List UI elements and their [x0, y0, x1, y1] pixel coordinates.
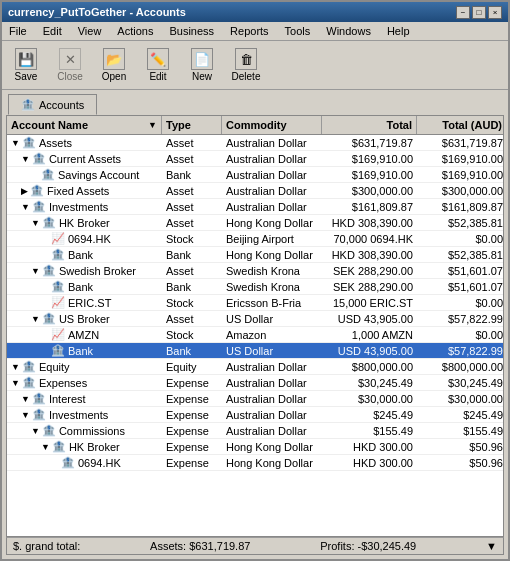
- cell-account-name: ▼🏦HK Broker: [7, 439, 162, 454]
- col-header-total[interactable]: Total: [322, 116, 417, 134]
- table-row[interactable]: 📈AMZNStockAmazon1,000 AMZN$0.00: [7, 327, 503, 343]
- expand-icon[interactable]: ▼: [31, 218, 40, 228]
- edit-icon: ✏️: [147, 48, 169, 70]
- cell-commodity: US Dollar: [222, 311, 322, 326]
- expand-icon[interactable]: ▼: [31, 266, 40, 276]
- table-row[interactable]: ▼🏦InvestmentsAssetAustralian Dollar$161,…: [7, 199, 503, 215]
- table-row[interactable]: ▼🏦InvestmentsExpenseAustralian Dollar$24…: [7, 407, 503, 423]
- cell-total: 15,000 ERIC.ST: [322, 295, 417, 310]
- cell-type: Asset: [162, 135, 222, 150]
- cell-total-aud: $155.49: [417, 423, 503, 438]
- table-row[interactable]: ▼🏦AssetsAssetAustralian Dollar$631,719.8…: [7, 135, 503, 151]
- table-row[interactable]: 🏦BankBankSwedish KronaSEK 288,290.00$51,…: [7, 279, 503, 295]
- cell-total-aud: $50.96: [417, 455, 503, 470]
- table-row[interactable]: ▼🏦Swedish BrokerAssetSwedish KronaSEK 28…: [7, 263, 503, 279]
- menu-item-file[interactable]: File: [6, 24, 30, 38]
- expand-icon[interactable]: ▼: [31, 426, 40, 436]
- cell-type: Asset: [162, 151, 222, 166]
- open-button[interactable]: 📂Open: [96, 45, 132, 85]
- table-row[interactable]: ▼🏦InterestExpenseAustralian Dollar$30,00…: [7, 391, 503, 407]
- table-row[interactable]: ▼🏦HK BrokerExpenseHong Kong DollarHKD 30…: [7, 439, 503, 455]
- account-icon: 🏦: [22, 136, 36, 149]
- menu-item-edit[interactable]: Edit: [40, 24, 65, 38]
- account-icon: 🏦: [30, 184, 44, 197]
- cell-commodity: Australian Dollar: [222, 423, 322, 438]
- table-row[interactable]: 🏦Savings AccountBankAustralian Dollar$16…: [7, 167, 503, 183]
- table-row[interactable]: 🏦0694.HKExpenseHong Kong DollarHKD 300.0…: [7, 455, 503, 471]
- expand-icon[interactable]: ▼: [11, 378, 20, 388]
- col-header-commodity[interactable]: Commodity: [222, 116, 322, 134]
- minimize-button[interactable]: −: [456, 6, 470, 19]
- account-icon: 🏦: [22, 360, 36, 373]
- cell-account-name: ▼🏦HK Broker: [7, 215, 162, 230]
- cell-type: Asset: [162, 199, 222, 214]
- expand-icon[interactable]: ▼: [21, 202, 30, 212]
- save-button[interactable]: 💾Save: [8, 45, 44, 85]
- cell-total-aud: $52,385.81: [417, 247, 503, 262]
- col-header-account-name[interactable]: Account Name ▼: [7, 116, 162, 134]
- delete-button[interactable]: 🗑Delete: [228, 45, 264, 85]
- account-name-text: HK Broker: [69, 441, 120, 453]
- account-name-text: Investments: [49, 409, 108, 421]
- accounts-tab[interactable]: 🏦 Accounts: [8, 94, 97, 115]
- expand-icon[interactable]: ▼: [21, 410, 30, 420]
- expand-icon[interactable]: ▼: [11, 138, 20, 148]
- table-row[interactable]: ▼🏦ExpensesExpenseAustralian Dollar$30,24…: [7, 375, 503, 391]
- main-window: currency_PutToGether - Accounts − □ × Fi…: [0, 0, 510, 561]
- cell-account-name: 🏦Bank: [7, 247, 162, 262]
- cell-total: USD 43,905.00: [322, 343, 417, 358]
- account-name-text: AMZN: [68, 329, 99, 341]
- menu-item-business[interactable]: Business: [166, 24, 217, 38]
- table-row[interactable]: ▼🏦Current AssetsAssetAustralian Dollar$1…: [7, 151, 503, 167]
- menu-item-help[interactable]: Help: [384, 24, 413, 38]
- new-button[interactable]: 📄New: [184, 45, 220, 85]
- table-row[interactable]: 🏦BankBankUS DollarUSD 43,905.00$57,822.9…: [7, 343, 503, 359]
- menu-item-view[interactable]: View: [75, 24, 105, 38]
- table-row[interactable]: 📈ERIC.STStockEricsson B-Fria15,000 ERIC.…: [7, 295, 503, 311]
- col-header-type[interactable]: Type: [162, 116, 222, 134]
- table-row[interactable]: ▶🏦Fixed AssetsAssetAustralian Dollar$300…: [7, 183, 503, 199]
- cell-total-aud: $50.96: [417, 439, 503, 454]
- expand-icon[interactable]: ▼: [21, 394, 30, 404]
- menu-item-windows[interactable]: Windows: [323, 24, 374, 38]
- account-name-text: ERIC.ST: [68, 297, 111, 309]
- cell-total: $631,719.87: [322, 135, 417, 150]
- expand-icon[interactable]: ▼: [21, 154, 30, 164]
- close-button[interactable]: ×: [488, 6, 502, 19]
- cell-total: SEK 288,290.00: [322, 263, 417, 278]
- account-icon: 🏦: [42, 264, 56, 277]
- menu-item-reports[interactable]: Reports: [227, 24, 272, 38]
- cell-total-aud: $57,822.99: [417, 311, 503, 326]
- cell-commodity: Australian Dollar: [222, 391, 322, 406]
- title-bar: currency_PutToGether - Accounts − □ ×: [2, 2, 508, 22]
- account-icon: 🏦: [51, 280, 65, 293]
- cell-type: Expense: [162, 439, 222, 454]
- expand-icon[interactable]: ▼: [31, 314, 40, 324]
- cell-type: Bank: [162, 279, 222, 294]
- edit-button[interactable]: ✏️Edit: [140, 45, 176, 85]
- cell-account-name: ▼🏦Current Assets: [7, 151, 162, 166]
- menu-item-actions[interactable]: Actions: [114, 24, 156, 38]
- cell-total-aud: $52,385.81: [417, 215, 503, 230]
- table-row[interactable]: ▼🏦CommissionsExpenseAustralian Dollar$15…: [7, 423, 503, 439]
- table-row[interactable]: ▼🏦EquityEquityAustralian Dollar$800,000.…: [7, 359, 503, 375]
- table-row[interactable]: ▼🏦HK BrokerAssetHong Kong DollarHKD 308,…: [7, 215, 503, 231]
- cell-type: Asset: [162, 183, 222, 198]
- assets-value: Assets: $631,719.87: [150, 540, 250, 552]
- expand-icon[interactable]: ▼: [41, 442, 50, 452]
- col-header-total-aud[interactable]: Total (AUD): [417, 116, 504, 134]
- table-row[interactable]: ▼🏦US BrokerAssetUS DollarUSD 43,905.00$5…: [7, 311, 503, 327]
- cell-account-name: ▼🏦Interest: [7, 391, 162, 406]
- cell-commodity: Swedish Krona: [222, 279, 322, 294]
- menu-item-tools[interactable]: Tools: [282, 24, 314, 38]
- maximize-button[interactable]: □: [472, 6, 486, 19]
- expand-icon[interactable]: ▶: [21, 186, 28, 196]
- table-row[interactable]: 🏦BankBankHong Kong DollarHKD 308,390.00$…: [7, 247, 503, 263]
- cell-account-name: 📈ERIC.ST: [7, 295, 162, 310]
- table-body[interactable]: ▼🏦AssetsAssetAustralian Dollar$631,719.8…: [7, 135, 503, 536]
- close-button: ✕Close: [52, 45, 88, 85]
- cell-total-aud: $57,822.99: [417, 343, 503, 358]
- expand-icon[interactable]: ▼: [11, 362, 20, 372]
- status-arrow[interactable]: ▼: [486, 540, 497, 552]
- table-row[interactable]: 📈0694.HKStockBeijing Airport70,000 0694.…: [7, 231, 503, 247]
